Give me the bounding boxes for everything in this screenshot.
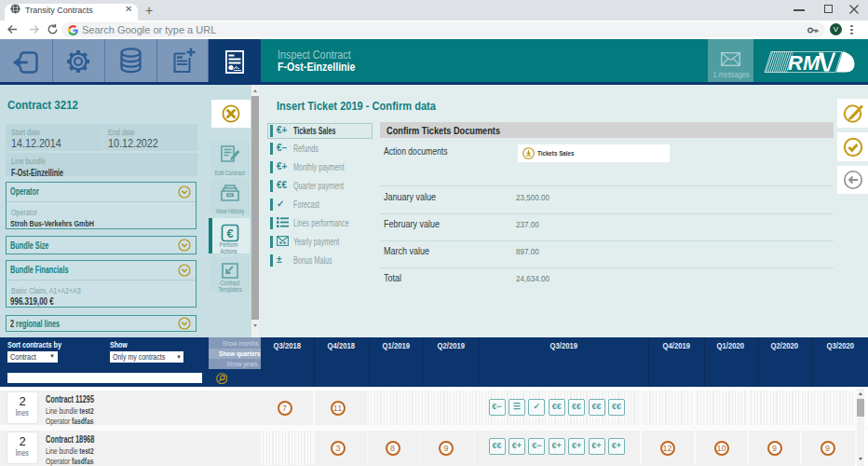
svg-text:€: € [226,226,233,240]
svg-text:RM: RM [788,51,821,73]
